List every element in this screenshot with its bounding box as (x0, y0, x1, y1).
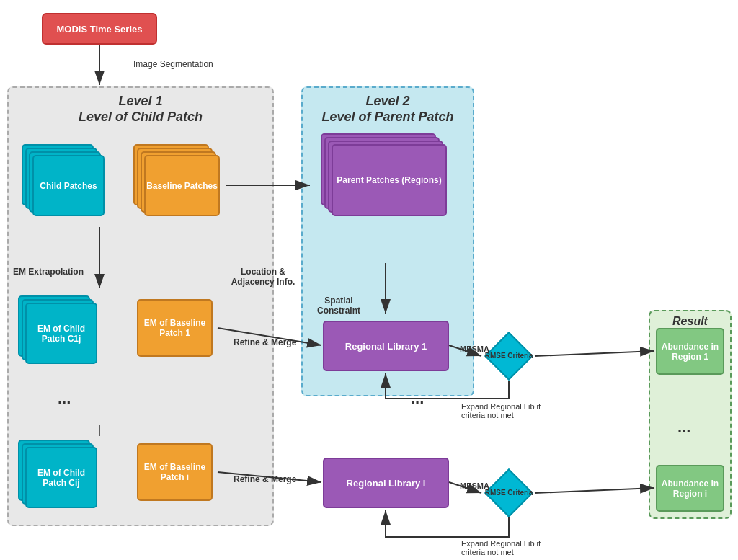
parent-patches-stack: Parent Patches (Regions) (314, 133, 458, 220)
em-baselinei: EM of Baseline Patch i (137, 443, 213, 501)
level1-title: Level 1 (7, 94, 274, 109)
dots-2: ... (411, 389, 424, 408)
expand-1-label: Expand Regional Lib if criteria not met (461, 402, 562, 419)
image-segmentation-label: Image Segmentation (133, 59, 213, 69)
location-adjacency-label: Location & Adjacency Info. (223, 267, 303, 287)
level2-subtitle: Level of Parent Patch (301, 110, 474, 125)
em-child1-front: EM of Child Patch C1j (25, 303, 97, 364)
em-child1-stack: EM of Child Patch C1j (18, 295, 105, 368)
child-patches-stack: Child Patches (22, 144, 108, 216)
svg-line-11 (535, 351, 654, 356)
result-title: Result (649, 315, 732, 328)
child-card-front: Child Patches (32, 155, 105, 216)
spatial-constraint-label: Spatial Constraint (310, 295, 368, 316)
em-baseline1: EM of Baseline Patch 1 (137, 299, 213, 357)
baseline-card-front: Baseline Patches (144, 155, 220, 216)
abundance-i: Abundance in Region i (656, 465, 724, 512)
mesma-i-label: MESMA (460, 481, 489, 490)
em-childi-front: EM of Child Patch Cij (25, 447, 97, 508)
diagram-container: MODIS Time Series Level 1 Level of Child… (0, 0, 738, 560)
abundance-1: Abundance in Region 1 (656, 328, 724, 375)
em-childi-stack: EM of Child Patch Cij (18, 440, 105, 512)
baseline-patches-stack: Baseline Patches (133, 144, 220, 216)
modis-box: MODIS Time Series (42, 13, 157, 45)
refine-merge-1-label: Refine & Merge (234, 337, 296, 347)
level2-title: Level 2 (301, 94, 474, 109)
parent-card-front: Parent Patches (Regions) (332, 144, 447, 216)
rmse-diamond-1: RMSE Criteria (484, 332, 533, 381)
svg-line-12 (535, 488, 654, 493)
dots-3: ... (677, 418, 690, 437)
rmse-diamond-i: RMSE Criteria (484, 468, 533, 517)
expand-i-label: Expand Regional Lib if criteria not met (461, 539, 562, 556)
level1-subtitle: Level of Child Patch (7, 110, 274, 125)
regional-library-1: Regional Library 1 (323, 321, 449, 371)
regional-library-i: Regional Library i (323, 458, 449, 508)
em-extrapolation-label: EM Extrapolation (13, 267, 84, 277)
dots-1: ... (58, 389, 71, 408)
refine-merge-i-label: Refine & Merge (234, 474, 296, 484)
mesma-1-label: MESMA (460, 345, 489, 353)
